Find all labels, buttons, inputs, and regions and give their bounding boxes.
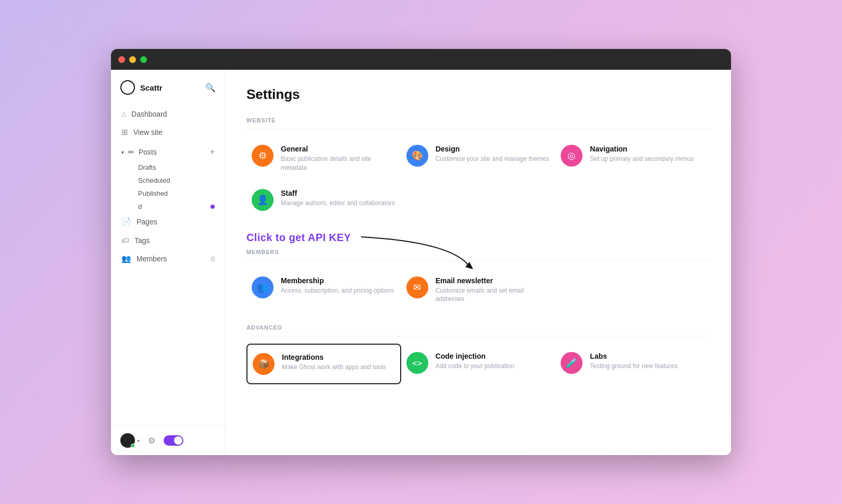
- sidebar-item-label: View site: [133, 128, 163, 136]
- code-injection-name: Code injection: [436, 352, 514, 360]
- posts-subnav: Drafts Scheduled Published d: [116, 161, 220, 213]
- drafts-label: Drafts: [138, 163, 156, 171]
- sidebar-nav: ⌂ Dashboard ⊞ View site ▾ ✏ Posts +: [111, 105, 225, 425]
- membership-setting[interactable]: 👥 Membership Access, subscription, and p…: [246, 268, 401, 312]
- dashboard-icon: ⌂: [121, 109, 126, 118]
- general-icon: ⚙: [252, 145, 274, 167]
- labs-desc: Testing ground for new features: [590, 362, 677, 371]
- toggle-knob: [174, 436, 182, 445]
- general-text: General Basic publication details and si…: [281, 145, 396, 172]
- membership-icon: 👥: [252, 276, 274, 298]
- pages-label: Pages: [137, 218, 157, 226]
- website-settings-grid: ⚙ General Basic publication details and …: [246, 136, 710, 219]
- staff-setting[interactable]: 👤 Staff Manage authors, editor and colla…: [246, 181, 401, 219]
- design-desc: Customize your site and manage themes: [436, 155, 549, 163]
- membership-desc: Access, subscription, and pricing option…: [281, 286, 394, 295]
- logo-area: Scattr: [120, 80, 163, 95]
- d-label: d: [138, 203, 142, 210]
- annotation-area: Click to get API KEY: [246, 232, 710, 244]
- membership-name: Membership: [281, 276, 394, 285]
- advanced-settings-grid: 📦 Integrations Make Ghost work with apps…: [246, 344, 710, 384]
- avatar: [120, 433, 135, 448]
- sidebar-item-drafts[interactable]: Drafts: [133, 161, 220, 174]
- app-window: Scattr 🔍 ⌂ Dashboard ⊞ View site: [111, 49, 731, 455]
- page-title: Settings: [246, 86, 710, 103]
- design-name: Design: [436, 145, 549, 153]
- online-dot: [131, 444, 135, 448]
- general-setting[interactable]: ⚙ General Basic publication details and …: [246, 136, 401, 181]
- navigation-text: Navigation Set up primary and secondary …: [590, 145, 694, 163]
- sidebar-bottom: ▾ ⚙: [111, 425, 225, 455]
- design-icon: 🎨: [406, 145, 428, 167]
- integrations-icon: 📦: [253, 353, 275, 375]
- search-button[interactable]: 🔍: [205, 83, 216, 93]
- close-button[interactable]: [118, 56, 125, 63]
- sidebar-item-view-site[interactable]: ⊞ View site: [116, 123, 220, 141]
- main-content: Settings WEBSITE ⚙ General Basic publica…: [226, 70, 731, 455]
- sidebar-item-published[interactable]: Published: [133, 187, 220, 200]
- maximize-button[interactable]: [140, 56, 147, 63]
- dark-mode-toggle[interactable]: [164, 435, 183, 446]
- integrations-desc: Make Ghost work with apps and tools: [282, 363, 386, 372]
- sidebar-item-pages[interactable]: 📄 Pages: [116, 213, 220, 231]
- code-injection-setting[interactable]: <> Code injection Add code to your publi…: [401, 344, 556, 384]
- integrations-text: Integrations Make Ghost work with apps a…: [282, 353, 386, 372]
- arrow-svg: [351, 232, 517, 273]
- posts-group: ▾ ✏ Posts + Drafts Scheduled: [116, 143, 220, 213]
- members-icon: 👥: [121, 254, 131, 263]
- website-section: WEBSITE ⚙ General Basic publication deta…: [246, 117, 710, 219]
- search-icon: 🔍: [205, 83, 216, 92]
- membership-text: Membership Access, subscription, and pri…: [281, 276, 394, 295]
- labs-icon: 🧪: [561, 352, 583, 374]
- sidebar-item-label: Dashboard: [131, 110, 167, 118]
- staff-text: Staff Manage authors, editor and collabo…: [281, 189, 395, 208]
- email-newsletter-name: Email newsletter: [436, 276, 551, 285]
- staff-desc: Manage authors, editor and collaborators: [281, 199, 395, 208]
- add-post-icon[interactable]: +: [210, 147, 215, 157]
- labs-text: Labs Testing ground for new features: [590, 352, 677, 371]
- edit-icon: ✏: [128, 148, 134, 156]
- staff-icon: 👤: [252, 189, 274, 211]
- navigation-setting[interactable]: ◎ Navigation Set up primary and secondar…: [555, 136, 710, 181]
- website-section-label: WEBSITE: [246, 117, 710, 129]
- general-desc: Basic publication details and site metad…: [281, 155, 396, 172]
- titlebar: [111, 49, 731, 70]
- settings-button[interactable]: ⚙: [148, 436, 155, 446]
- posts-header[interactable]: ▾ ✏ Posts +: [116, 143, 220, 161]
- active-dot: [210, 205, 215, 209]
- sidebar-item-d[interactable]: d: [133, 200, 220, 213]
- avatar-button[interactable]: ▾: [120, 433, 140, 448]
- pages-icon: 📄: [121, 217, 131, 226]
- posts-header-left: ▾ ✏ Posts: [121, 148, 157, 156]
- minimize-button[interactable]: [129, 56, 136, 63]
- view-site-icon: ⊞: [121, 128, 128, 137]
- chevron-down-icon: ▾: [137, 438, 140, 444]
- sidebar-item-dashboard[interactable]: ⌂ Dashboard: [116, 105, 220, 122]
- scheduled-label: Scheduled: [138, 177, 170, 184]
- email-newsletter-setting[interactable]: ✉ Email newsletter Customize emails and …: [401, 268, 556, 312]
- labs-name: Labs: [590, 352, 677, 360]
- app-body: Scattr 🔍 ⌂ Dashboard ⊞ View site: [111, 70, 731, 455]
- sidebar: Scattr 🔍 ⌂ Dashboard ⊞ View site: [111, 70, 226, 455]
- members-settings-grid: 👥 Membership Access, subscription, and p…: [246, 268, 710, 312]
- chevron-down-icon: ▾: [121, 149, 124, 155]
- sidebar-item-scheduled[interactable]: Scheduled: [133, 174, 220, 187]
- sidebar-item-members[interactable]: 👥 Members 0: [116, 250, 220, 268]
- email-newsletter-desc: Customize emails and set email addresses: [436, 286, 551, 304]
- code-injection-icon: <>: [406, 352, 428, 374]
- code-injection-text: Code injection Add code to your publicat…: [436, 352, 514, 371]
- logo-icon: [120, 80, 135, 95]
- navigation-icon: ◎: [561, 145, 583, 167]
- navigation-name: Navigation: [590, 145, 694, 153]
- advanced-section-label: ADVANCED: [246, 324, 710, 336]
- sidebar-item-tags[interactable]: 🏷 Tags: [116, 232, 220, 249]
- tags-label: Tags: [134, 236, 150, 245]
- design-text: Design Customize your site and manage th…: [436, 145, 549, 163]
- labs-setting[interactable]: 🧪 Labs Testing ground for new features: [555, 344, 710, 384]
- email-newsletter-text: Email newsletter Customize emails and se…: [436, 276, 551, 304]
- integrations-name: Integrations: [282, 353, 386, 361]
- published-label: Published: [138, 190, 168, 197]
- design-setting[interactable]: 🎨 Design Customize your site and manage …: [401, 136, 556, 181]
- integrations-setting[interactable]: 📦 Integrations Make Ghost work with apps…: [246, 344, 401, 384]
- advanced-section: ADVANCED 📦 Integrations Make Ghost work …: [246, 324, 710, 384]
